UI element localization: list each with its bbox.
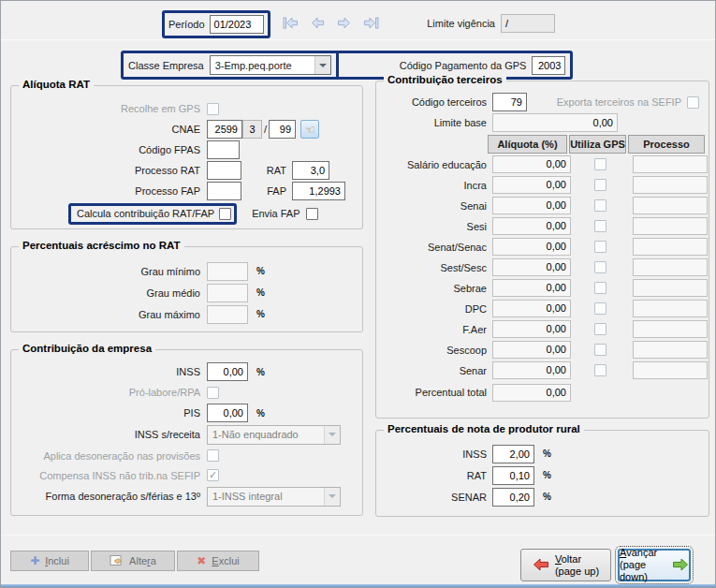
gps-input[interactable]: 2003 [532,56,565,75]
processo-input[interactable] [633,279,708,297]
processo-input[interactable] [633,217,708,235]
processo-input[interactable] [633,361,708,379]
forma-label: Forma desoneração s/férias e 13º [17,491,200,502]
processo-input[interactable] [633,155,708,173]
aliquota-input[interactable]: 0,00 [492,197,571,214]
table-row: Senai 0,00 [376,196,709,215]
forma-select[interactable]: 1-INSS integral [207,487,341,507]
prolabore-label: Pró-labore/RPA [17,387,200,398]
percent-sign: % [543,470,551,480]
compensa-checkbox[interactable]: ✓ [207,469,219,481]
forma-value: 1-INSS integral [208,491,324,502]
prolabore-checkbox[interactable] [207,387,219,399]
processo-input[interactable] [633,258,708,276]
aliquota-input[interactable]: 0,00 [492,300,571,317]
aplica-checkbox[interactable] [207,449,219,462]
codigo-fpas-input[interactable] [207,140,240,159]
exclui-button[interactable]: ✖ Exclui [177,551,259,571]
aliquota-input[interactable]: 0,00 [492,155,571,173]
rural-input[interactable]: 0,20 [492,488,534,507]
aliquota-input[interactable]: 0,00 [492,279,571,297]
chevron-down-icon[interactable] [314,56,330,74]
aliquota-input[interactable]: 0,00 [492,341,571,359]
limite-base-input[interactable]: 0,00 [492,113,618,132]
grau-row: Grau máximo % [11,303,362,325]
inclui-button[interactable]: ✚ Inclui [10,551,89,571]
utiliza-gps-checkbox[interactable] [594,179,606,191]
pis-label: PIS [17,407,200,419]
inss-label: INSS [17,366,200,377]
processo-input[interactable] [633,197,708,214]
nav-first-icon[interactable] [283,17,299,29]
utiliza-gps-checkbox[interactable] [594,241,606,253]
percent-sign: % [256,266,265,276]
utiliza-gps-checkbox[interactable] [594,364,606,376]
table-row: Sest/Sesc 0,00 [376,257,709,277]
inss-receita-select[interactable]: 1-Não enquadrado [207,425,341,445]
utiliza-gps-checkbox[interactable] [594,261,606,273]
processo-fap-input[interactable] [207,182,241,200]
aliquota-input[interactable]: 0,00 [492,217,571,235]
utiliza-gps-checkbox[interactable] [594,199,606,212]
tax-label: DPC [382,303,487,315]
top-separator [1,39,715,40]
processo-input[interactable] [633,176,708,194]
exporta-sefip-label: Exporta terceiros na SEFIP [557,96,681,108]
aliquota-input[interactable]: 0,00 [492,361,571,379]
nav-last-icon[interactable] [363,17,379,29]
codigo-terceiros-input[interactable]: 79 [492,93,527,111]
processo-input[interactable] [633,238,708,256]
group-title: Contribuição terceiros [384,74,506,85]
envia-fap-checkbox[interactable] [306,208,318,220]
utiliza-gps-checkbox[interactable] [594,302,606,315]
utiliza-gps-checkbox[interactable] [594,282,606,294]
rat-input[interactable]: 3,0 [292,161,329,180]
grau-input[interactable] [207,305,248,324]
altera-button[interactable]: Altera [91,551,175,571]
aliquota-input[interactable]: 0,00 [492,176,571,194]
aliquota-input[interactable]: 0,00 [492,320,571,338]
utiliza-gps-checkbox[interactable] [594,323,606,335]
cnae-lookup-button[interactable]: ☜ [300,120,319,139]
record-navigation [283,17,379,29]
table-row: Sescoop 0,00 [376,340,709,360]
utiliza-gps-checkbox[interactable] [594,158,606,170]
recolhe-gps-checkbox[interactable] [207,103,219,115]
aliquota-input[interactable]: 0,00 [492,258,571,276]
classe-empresa-select[interactable]: 3-Emp.peq.porte [210,55,331,75]
processo-rat-input[interactable] [207,161,241,180]
nav-next-icon[interactable] [337,17,351,29]
avancar-page-down-button[interactable]: Avançar(page down) [618,549,691,581]
forma-row: Forma desoneração s/férias e 13º 1-INSS … [11,485,362,507]
plus-icon: ✚ [30,554,39,567]
fap-input[interactable]: 1,2993 [292,182,345,200]
utiliza-gps-checkbox[interactable] [594,344,606,356]
tax-label: Salário educação [382,159,487,170]
utiliza-gps-checkbox[interactable] [594,220,606,232]
recolhe-gps-row: Recolhe em GPS [11,98,362,119]
cnae-suffix-input[interactable]: 99 [269,120,296,139]
periodo-input[interactable]: 01/2023 [210,15,264,34]
nav-previous-icon[interactable] [311,17,325,29]
classe-empresa-label: Classe Empresa [128,60,204,71]
grau-input[interactable] [207,262,248,281]
grau-input[interactable] [207,284,248,302]
rural-input[interactable]: 0,10 [492,466,534,485]
rural-input[interactable]: 2,00 [492,445,534,463]
inss-input[interactable]: 0,00 [207,362,248,381]
tax-label: Sest/Sesc [382,262,487,273]
aliquota-input[interactable]: 0,00 [492,238,571,256]
processo-input[interactable] [633,341,708,359]
x-cross-icon: ✖ [197,554,206,567]
calcula-row: Calcula contribuição RAT/FAP Envia FAP [11,201,362,226]
pis-input[interactable]: 0,00 [207,404,248,422]
exporta-sefip-checkbox[interactable] [687,96,699,109]
limite-vigencia-input[interactable]: / [501,14,555,33]
limite-base-row: Limite base 0,00 [376,112,709,133]
calcula-checkbox[interactable] [219,208,231,220]
voltar-page-up-button[interactable]: Voltar(page up) [520,549,611,581]
percent-sign: % [256,309,265,319]
processo-input[interactable] [633,300,708,317]
processo-input[interactable] [633,320,708,338]
cnae-input[interactable]: 2599 [207,120,242,139]
